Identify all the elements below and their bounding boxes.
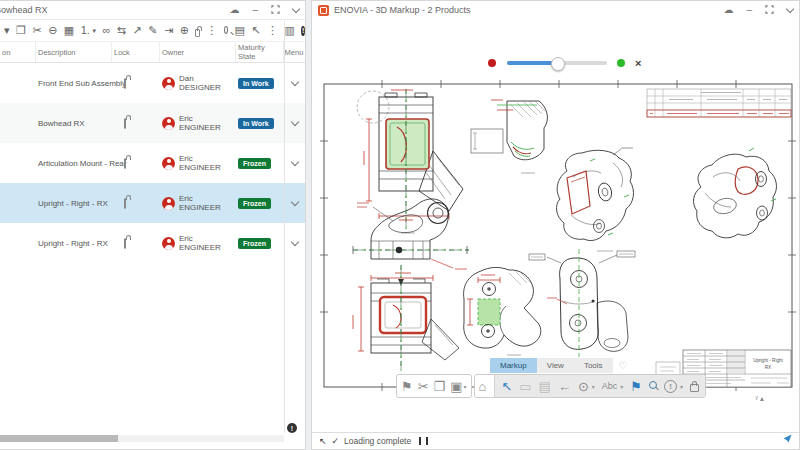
minimize-icon[interactable]: – [746,5,752,15]
select-icon[interactable]: ↖ [251,25,260,36]
caret-down-icon[interactable]: ▾ [620,383,623,390]
link-icon[interactable]: ∞ [102,25,110,36]
table-row-selected[interactable]: Upright - Right - RX Eric ENGINEER Froze… [0,183,305,223]
scrollbar-thumb[interactable] [0,435,118,442]
column-menu[interactable]: Menu [284,42,304,62]
numbered-list-icon[interactable]: 1. [81,25,90,36]
owner-name: Eric ENGINEER [179,114,236,132]
minimize-icon[interactable]: – [252,5,258,15]
part-description: Upright - Right - RX [36,199,112,208]
column-truncated[interactable]: on [0,42,36,62]
issue-icon[interactable]: ! [664,380,677,393]
cut-icon[interactable]: ✂ [418,380,429,393]
row-menu-chevron-icon[interactable] [291,157,299,165]
tab-tools[interactable]: Tools [574,358,613,373]
row-menu-chevron-icon[interactable] [291,77,299,85]
text-tool-icon[interactable]: Abc [602,382,618,391]
tab-markup[interactable]: Markup [490,358,537,373]
clipboard-tool-group: ⚑ ✂ ❐ ▣ ▾ [396,374,472,398]
edit-icon[interactable]: ✎ [148,25,157,36]
note-tool-icon[interactable]: ▤ [539,380,551,393]
parts-toolbar: ▾ ❐ ✂ ⊖ ▦ 1. ▾ ∞ ⇆ ↗ ✎ ⇥ ⊕ ⋮ ▤ ↖ ⋮ ▥ ! [0,20,305,42]
row-menu-chevron-icon[interactable] [291,197,299,205]
caret-down-icon[interactable]: ▾ [464,383,467,390]
zoom-area-icon[interactable] [649,381,657,389]
technical-drawing: Upright - Right RX [312,56,800,401]
avatar [162,117,175,130]
lock-tool-icon[interactable] [690,384,699,392]
status-text: Loading complete [344,436,411,446]
stamp-tool-icon[interactable]: ⚑ [630,380,642,393]
status-badge: Frozen [238,158,271,169]
grid-icon[interactable]: ▤ [234,25,244,36]
avatar [162,157,175,170]
table-icon[interactable]: ▥ [285,25,295,36]
table-row[interactable]: Upright - Right - RX Eric ENGINEER Froze… [0,223,305,263]
copy-icon[interactable]: ❐ [16,25,26,36]
image-grid-icon[interactable]: ▦ [64,25,74,36]
table-row[interactable]: Bowhead RX Eric ENGINEER In Work [0,103,305,143]
share-icon[interactable]: ↗ [133,25,142,36]
markup-viewer-window: ENOVIA - 3D Markup - 2 Products ☁ – × [311,0,800,450]
part-description: Articulation Mount - Rear [36,159,112,168]
drawing-viewport[interactable]: × [312,19,799,433]
caret-down-icon[interactable]: ▾ [680,383,683,390]
axis-y-label: y [756,394,759,400]
pause-icon[interactable] [419,437,428,445]
tab-view[interactable]: View [537,358,574,373]
compass-icon[interactable] [782,433,793,446]
column-divider [284,21,285,433]
search-icon[interactable] [224,26,228,34]
row-menu-chevron-icon[interactable] [291,237,299,245]
title-block-part-variant: RX [765,365,771,370]
table-header: on Description Lock Owner Maturity State… [0,42,305,63]
axis-triad-icon: y x [756,394,785,401]
column-maturity-state[interactable]: Maturity State [236,42,284,62]
table-row[interactable]: Articulation Mount - Rear Eric ENGINEER … [0,143,305,183]
paste-icon[interactable]: ▣ [450,380,462,393]
column-lock[interactable]: Lock [112,42,160,62]
right-titlebar: ENOVIA - 3D Markup - 2 Products ☁ – [312,1,799,20]
kebab-menu-icon[interactable]: ⋮ [267,25,278,36]
status-badge: Frozen [238,198,271,209]
column-owner[interactable]: Owner [160,42,236,62]
info-icon[interactable]: ! [287,423,297,433]
cursor-icon: ↖ [319,436,327,446]
add-user-icon[interactable]: ⊕ [180,25,189,36]
favorite-heart-icon[interactable]: ♡ [619,360,628,371]
row-menu-chevron-icon[interactable] [291,117,299,125]
table-row[interactable]: Front End Sub Assembly Dan DESIGNER In W… [0,63,305,103]
chevron-down-icon[interactable] [292,4,300,12]
export-icon[interactable]: ⇥ [164,25,173,36]
cloud-icon[interactable]: ☁ [229,5,239,15]
cut-icon[interactable]: ✂ [32,25,41,36]
lock-icon[interactable] [195,29,199,37]
markup-stamp-icon[interactable]: ⚑ [401,380,413,393]
column-description[interactable]: Description [36,42,112,62]
compare-icon[interactable]: ⇆ [117,25,126,36]
enovia-app-icon [318,5,329,16]
copy-icon[interactable]: ❐ [434,380,446,393]
chevron-down-icon[interactable] [786,4,794,12]
owner-name: Eric ENGINEER [179,234,236,252]
window-title: ENOVIA - 3D Markup - 2 Products [334,5,471,15]
check-icon: ✓ [332,436,340,446]
maximize-icon[interactable] [765,5,774,16]
remove-icon[interactable]: ⊖ [48,25,57,36]
info-icon[interactable]: ! [301,26,305,36]
rectangle-tool-icon[interactable]: ▭ [519,380,531,393]
markup-toolbar: ⚑ ✂ ❐ ▣ ▾ ⌂ ↖ ▭ ▤ ← ⊙ ▾ Abc ▾ ⚑ [396,374,706,398]
status-badge: In Work [238,78,274,89]
maximize-icon[interactable] [271,5,280,16]
circle-tool-icon[interactable]: ⊙ [578,380,589,393]
cloud-icon[interactable]: ☁ [723,5,733,15]
caret-down-icon[interactable]: ▾ [592,383,595,390]
caret-down-icon[interactable]: ▾ [4,25,10,36]
kebab-menu-icon[interactable]: ⋮ [206,25,217,36]
home-icon[interactable]: ⌂ [479,380,487,393]
lock-icon [124,158,126,169]
horizontal-scrollbar[interactable] [0,435,284,442]
back-arrow-icon[interactable]: ← [558,380,571,393]
select-markup-icon[interactable]: ↖ [501,380,512,393]
caret-down-icon[interactable]: ▾ [92,27,96,34]
